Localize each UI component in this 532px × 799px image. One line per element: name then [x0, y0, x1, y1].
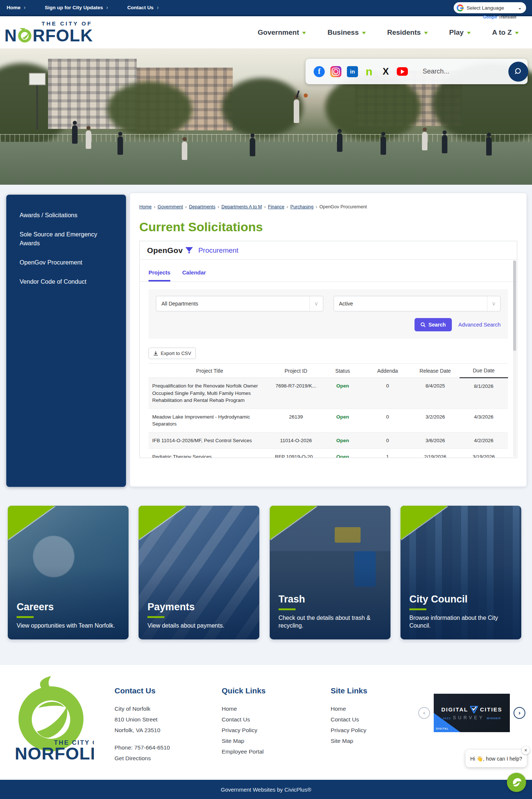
quick-link-home[interactable]: Home	[222, 703, 266, 714]
green-corner-decoration	[139, 506, 186, 540]
widget-scrollbar[interactable]	[513, 260, 516, 457]
nav-item-residents[interactable]: Residents	[387, 28, 428, 37]
column-header-due-date[interactable]: Due Date	[460, 364, 508, 378]
advanced-search-link[interactable]: Advanced Search	[458, 322, 501, 328]
card-text: City Council Browse information about th…	[409, 594, 514, 630]
tab-projects[interactable]: Projects	[149, 269, 170, 281]
utility-link-home[interactable]: Home›	[7, 4, 25, 10]
department-select[interactable]: All Departments ∨	[156, 296, 323, 311]
cell-project-title: Prequalification for the Renovate Norfol…	[149, 378, 271, 409]
nav-item-play[interactable]: Play	[449, 28, 471, 37]
card-trash[interactable]: Trash Check out the details about trash …	[270, 506, 391, 639]
carousel-prev-button[interactable]: ‹	[418, 707, 430, 719]
chat-close-button[interactable]: ✕	[522, 746, 530, 754]
nextdoor-icon[interactable]	[364, 66, 375, 77]
nav-item-a-to-z[interactable]: A to Z	[492, 28, 519, 37]
facebook-icon[interactable]	[314, 66, 325, 77]
search-button-label: Search	[429, 322, 446, 328]
linkedin-icon[interactable]	[347, 66, 358, 77]
sidebar-item-vendor-code[interactable]: Vendor Code of Conduct	[6, 272, 126, 291]
tab-calendar[interactable]: Calendar	[182, 269, 206, 281]
green-corner-decoration	[270, 506, 317, 540]
breadcrumb-link-government[interactable]: Government	[158, 204, 183, 209]
chat-greeting-bubble[interactable]: Hi 👋, how can I help? ✕	[466, 750, 527, 767]
player-silhouette	[422, 132, 427, 150]
utility-link-city-updates[interactable]: Sign up for City Updates›	[45, 4, 108, 10]
search-icon	[514, 67, 523, 76]
quick-link-employee-portal[interactable]: Employee Portal	[222, 746, 266, 757]
nav-item-government[interactable]: Government	[258, 28, 306, 37]
quick-link-site-map[interactable]: Site Map	[222, 735, 266, 746]
player-silhouette	[117, 136, 123, 155]
site-link-privacy-policy[interactable]: Privacy Policy	[331, 725, 367, 735]
nav-label: Residents	[387, 28, 421, 37]
quick-link-privacy-policy[interactable]: Privacy Policy	[222, 725, 266, 735]
sidebar-item-awards-solicitations[interactable]: Awards / Solicitations	[6, 206, 126, 225]
green-corner-decoration	[8, 506, 55, 540]
footer-norfolk-logo[interactable]: THE CITY OF NORFOLK	[14, 676, 94, 765]
nav-item-business[interactable]: Business	[327, 28, 365, 37]
card-city-council[interactable]: City Council Browse information about th…	[400, 506, 521, 639]
scrollbar-thumb[interactable]	[513, 260, 516, 351]
site-link-home[interactable]: Home	[331, 703, 367, 714]
youtube-icon[interactable]	[397, 67, 408, 76]
utility-link-contact-us[interactable]: Contact Us›	[127, 4, 158, 10]
footer: THE CITY OF NORFOLK Contact Us City of N…	[0, 665, 532, 780]
quick-link-contact-us[interactable]: Contact Us	[222, 714, 266, 725]
carousel-next-button[interactable]: ›	[514, 707, 525, 719]
site-link-site-map[interactable]: Site Map	[331, 735, 367, 746]
status-select-value: Active	[339, 301, 487, 307]
breadcrumb-link-departments-a-to-m[interactable]: Departments A to M	[221, 204, 262, 209]
column-header-release-date[interactable]: Release Date	[411, 364, 459, 378]
table-row[interactable]: Prequalification for the Renovate Norfol…	[149, 378, 508, 409]
chat-launcher-button[interactable]	[507, 773, 526, 792]
card-careers[interactable]: Careers View opportunities with Team Nor…	[8, 506, 129, 639]
social-icons	[306, 66, 416, 77]
status-select[interactable]: Active ∨	[334, 296, 501, 311]
export-csv-button[interactable]: Export to CSV	[149, 348, 196, 359]
column-header-status[interactable]: Status	[321, 364, 364, 378]
x-twitter-icon[interactable]	[380, 66, 391, 77]
language-selector[interactable]: Select Language ⌄	[454, 2, 526, 13]
card-title: Careers	[17, 601, 121, 613]
breadcrumb-link-home[interactable]: Home	[139, 204, 151, 209]
filter-selects: All Departments ∨ Active ∨	[156, 296, 501, 311]
breadcrumb-link-departments[interactable]: Departments	[189, 204, 215, 209]
footer-heading-site-links: Site Links	[331, 686, 367, 695]
tree-decoration	[107, 82, 192, 137]
caret-down-icon	[467, 32, 471, 34]
chevron-left-icon: ‹	[423, 709, 425, 717]
breadcrumb-separator: ›	[218, 204, 219, 209]
site-search-input[interactable]	[423, 68, 508, 75]
digital-cities-banner[interactable]: DIGITAL CITIES 2022 SURVEY WINNER DIGITA…	[434, 694, 510, 732]
column-header-addenda[interactable]: Addenda	[364, 364, 411, 378]
table-row[interactable]: Meadow Lake Improvement - Hydrodynamic S…	[149, 409, 508, 432]
google-translate-credit[interactable]: GoogleTranslate	[454, 15, 516, 19]
opengov-funnel-icon	[185, 247, 193, 254]
sidebar-item-sole-source[interactable]: Sole Source and Emergency Awards	[6, 225, 126, 253]
banner-winner: WINNER	[487, 717, 501, 720]
cell-project-title: IFB 11014-O-2026/MF, Pest Control Servic…	[149, 432, 271, 449]
card-text: Trash Check out the details about trash …	[279, 594, 383, 630]
card-payments[interactable]: Payments View details about payments.	[139, 506, 259, 639]
breadcrumb-link-purchasing[interactable]: Purchasing	[290, 204, 314, 209]
basketball-court	[0, 142, 532, 185]
check-triangle-icon	[470, 706, 478, 713]
cell-status: Open	[321, 432, 364, 449]
cell-project-title: Meadow Lake Improvement - Hydrodynamic S…	[149, 409, 271, 432]
breadcrumb-current: OpenGov Procurement	[320, 204, 367, 209]
caret-down-icon	[424, 32, 428, 34]
norfolk-logo[interactable]: THE CITY OF N RFOLK	[4, 21, 93, 44]
sidebar-item-opengov-procurement[interactable]: OpenGov Procurement	[6, 253, 126, 272]
search-button[interactable]	[508, 62, 528, 82]
opengov-search-button[interactable]: Search	[415, 318, 452, 331]
table-row[interactable]: IFB 11014-O-2026/MF, Pest Control Servic…	[149, 432, 508, 449]
get-directions-link[interactable]: Get Directions	[115, 753, 170, 764]
breadcrumb-link-finance[interactable]: Finance	[268, 204, 284, 209]
table-row[interactable]: Pediatric Therapy Services RFP 10919-O-2…	[149, 449, 508, 458]
column-header-project-id[interactable]: Project ID	[271, 364, 321, 378]
chevron-right-icon: ›	[157, 4, 159, 10]
site-link-contact-us[interactable]: Contact Us	[331, 714, 367, 725]
column-header-project-title[interactable]: Project Title	[149, 364, 271, 378]
instagram-icon[interactable]	[330, 66, 341, 77]
